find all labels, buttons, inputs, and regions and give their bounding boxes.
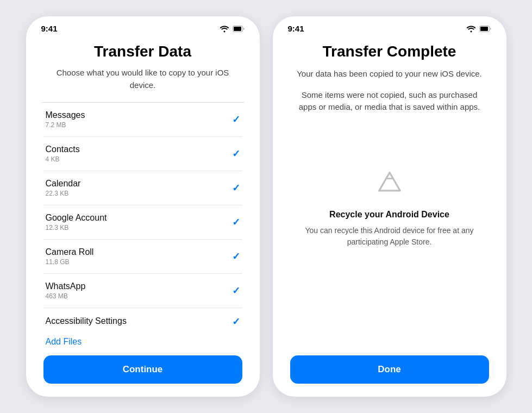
wifi-icon bbox=[466, 25, 476, 33]
checkmark-icon: ✓ bbox=[232, 285, 240, 297]
checkmark-icon: ✓ bbox=[232, 316, 240, 328]
transfer-complete-title: Transfer Complete bbox=[290, 43, 489, 60]
transfer-data-subtitle: Choose what you would like to copy to yo… bbox=[43, 67, 242, 91]
data-items-list: Messages 7.2 MB ✓ Contacts 4 KB ✓ Calend… bbox=[43, 103, 242, 328]
item-name: Calendar bbox=[46, 179, 81, 189]
recycle-title: Recycle your Android Device bbox=[329, 210, 449, 220]
right-phone-content: Transfer Complete Your data has been cop… bbox=[273, 37, 506, 397]
battery-icon bbox=[479, 26, 491, 32]
item-name: Contacts bbox=[46, 145, 80, 154]
item-size: 11.8 GB bbox=[46, 258, 94, 266]
list-item[interactable]: WhatsApp 463 MB ✓ bbox=[43, 274, 242, 308]
recycle-symbol-icon bbox=[372, 167, 407, 202]
checkmark-icon: ✓ bbox=[232, 148, 240, 160]
item-size: 12.3 KB bbox=[46, 224, 107, 231]
item-name: Google Account bbox=[46, 213, 107, 223]
transfer-complete-subtitle: Your data has been copied to your new iO… bbox=[290, 68, 489, 80]
list-item[interactable]: Contacts 4 KB ✓ bbox=[43, 137, 242, 171]
list-item[interactable]: Messages 7.2 MB ✓ bbox=[43, 103, 242, 137]
item-size: 463 MB bbox=[46, 292, 86, 300]
item-name: Accessibility Settings bbox=[46, 316, 127, 326]
checkmark-icon: ✓ bbox=[232, 251, 240, 262]
status-icons-left bbox=[220, 25, 245, 33]
item-name: WhatsApp bbox=[46, 281, 86, 291]
left-phone-content: Transfer Data Choose what you would like… bbox=[26, 37, 260, 397]
svg-rect-1 bbox=[234, 27, 241, 31]
item-size: 22.3 KB bbox=[46, 190, 81, 197]
list-item[interactable]: Accessibility Settings ✓ bbox=[43, 308, 242, 328]
svg-rect-3 bbox=[480, 27, 488, 31]
right-phone: 9:41 Transfer Complete Your data has bee… bbox=[273, 16, 506, 397]
continue-button[interactable]: Continue bbox=[43, 355, 242, 384]
done-button[interactable]: Done bbox=[290, 355, 489, 384]
status-icons-right bbox=[466, 25, 491, 33]
time-left: 9:41 bbox=[41, 24, 58, 33]
battery-icon bbox=[233, 26, 245, 32]
item-name: Messages bbox=[46, 110, 85, 120]
recycle-section: Recycle your Android Device You can recy… bbox=[290, 199, 489, 259]
left-phone: 9:41 Transfer Data Choose what you would… bbox=[26, 16, 260, 397]
transfer-complete-note: Some items were not copied, such as purc… bbox=[290, 89, 489, 114]
item-name: Camera Roll bbox=[46, 247, 94, 257]
transfer-data-title: Transfer Data bbox=[43, 43, 242, 60]
item-size: 4 KB bbox=[46, 155, 80, 163]
add-files-button[interactable]: Add Files bbox=[43, 328, 242, 351]
status-bar-left: 9:41 bbox=[26, 16, 260, 37]
status-bar-right: 9:41 bbox=[273, 16, 506, 37]
checkmark-icon: ✓ bbox=[232, 114, 240, 126]
checkmark-icon: ✓ bbox=[232, 182, 240, 194]
list-item[interactable]: Camera Roll 11.8 GB ✓ bbox=[43, 240, 242, 274]
list-item[interactable]: Calendar 22.3 KB ✓ bbox=[43, 171, 242, 205]
checkmark-icon: ✓ bbox=[232, 216, 240, 228]
item-size: 7.2 MB bbox=[46, 121, 85, 129]
recycle-description: You can recycle this Android device for … bbox=[299, 225, 480, 248]
time-right: 9:41 bbox=[288, 24, 304, 33]
wifi-icon bbox=[220, 25, 229, 33]
list-item[interactable]: Google Account 12.3 KB ✓ bbox=[43, 205, 242, 240]
